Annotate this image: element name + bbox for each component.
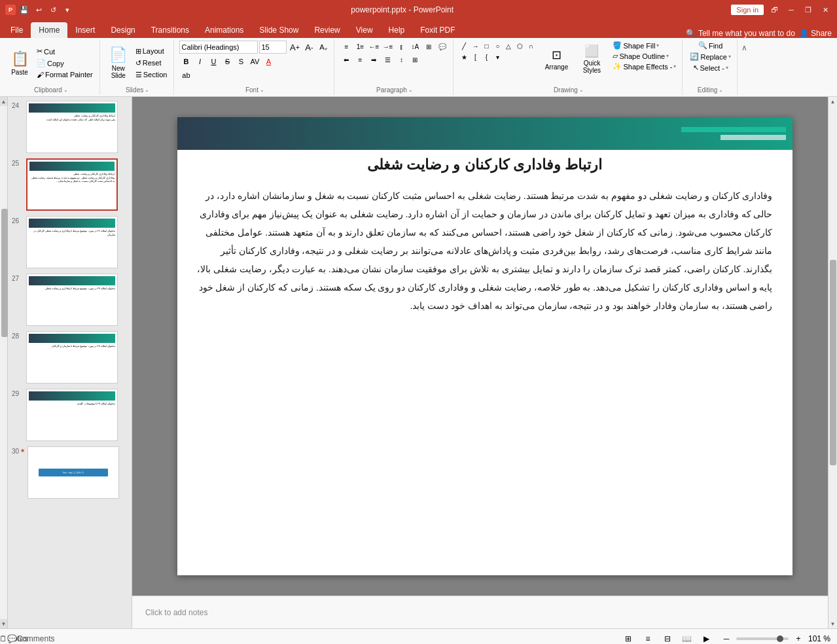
panel-scroll-up-button[interactable]: ▲: [0, 97, 9, 106]
tab-animations[interactable]: Animations: [197, 22, 251, 38]
font-family-input[interactable]: [179, 41, 258, 54]
close-button[interactable]: ✕: [819, 3, 832, 16]
undo-button[interactable]: ↩: [33, 4, 45, 16]
bullets-button[interactable]: ≡: [340, 41, 353, 52]
decrease-indent-button[interactable]: ←≡: [367, 41, 380, 52]
find-button[interactable]: 🔍 Find: [696, 41, 724, 50]
scroll-up-button[interactable]: ▲: [828, 97, 838, 106]
strikethrough-button[interactable]: S: [221, 55, 234, 68]
cut-button[interactable]: ✂Cut: [34, 46, 96, 57]
curve-shape-button[interactable]: ∩: [525, 41, 536, 51]
tab-slideshow[interactable]: Slide Show: [251, 22, 306, 38]
scroll-thumb[interactable]: [830, 260, 836, 465]
justify-button[interactable]: ☰: [381, 54, 394, 65]
more-shapes-button[interactable]: ▾: [492, 52, 503, 62]
layout-button[interactable]: ⊞Layout: [133, 46, 170, 57]
replace-button[interactable]: 🔄 Replace ▾: [688, 52, 732, 62]
editing-expand-icon[interactable]: ⌄: [719, 87, 723, 93]
normal-view-button[interactable]: ⊞: [621, 632, 635, 645]
slide-canvas[interactable]: ارتباط وفاداری کارکنان و رضایت شغلی وفاد…: [177, 117, 792, 575]
align-text-button[interactable]: ⊞: [422, 41, 435, 52]
increase-indent-button[interactable]: →≡: [381, 41, 394, 52]
zoom-slider[interactable]: [736, 637, 789, 640]
drawing-expand-icon[interactable]: ⌄: [579, 87, 584, 93]
circle-shape-button[interactable]: ○: [492, 41, 503, 51]
slide-thumb-29[interactable]: 29 محتوای اسلاید ۲۹ با موضوعات کلیدی.: [10, 387, 129, 442]
more-button[interactable]: ▾: [62, 4, 73, 16]
highlight-button[interactable]: ab: [179, 69, 192, 82]
text-direction-button[interactable]: ↕A: [408, 41, 421, 52]
new-slide-button[interactable]: 📄 New Slide: [105, 43, 132, 82]
zoom-in-button[interactable]: +: [791, 632, 806, 645]
comments-button[interactable]: 💬 Comments: [24, 632, 38, 645]
thumb-img-27[interactable]: محتوای اسلاید ۲۷ در مورد موضوع مرتبط با …: [26, 274, 118, 326]
slideshow-button[interactable]: ▶: [700, 632, 714, 645]
notes-placeholder-text[interactable]: Click to add notes: [145, 608, 207, 617]
align-left-button[interactable]: ⬅: [340, 54, 353, 65]
scroll-down-button[interactable]: ▼: [828, 619, 838, 628]
format-painter-button[interactable]: 🖌Format Painter: [34, 69, 96, 80]
reading-view-button[interactable]: 📖: [680, 632, 694, 645]
bold-button[interactable]: B: [179, 55, 192, 68]
triangle-shape-button[interactable]: △: [503, 41, 514, 51]
redo-button[interactable]: ↺: [47, 4, 59, 16]
notes-area[interactable]: Click to add notes: [132, 596, 837, 628]
tab-view[interactable]: View: [348, 22, 381, 38]
tab-home[interactable]: Home: [31, 22, 67, 38]
slide-sorter-button[interactable]: ⊟: [660, 632, 675, 645]
share-button[interactable]: 👤 Share: [799, 29, 832, 38]
font-grow-button[interactable]: A+: [288, 41, 301, 54]
paragraph-expand-icon[interactable]: ⌄: [408, 87, 413, 93]
collapse-ribbon-button[interactable]: ∧: [739, 39, 750, 95]
rect-shape-button[interactable]: □: [481, 41, 491, 51]
bracket-shape-button[interactable]: [: [470, 52, 480, 62]
tab-file[interactable]: File: [3, 22, 31, 38]
align-right-button[interactable]: ➡: [367, 54, 380, 65]
thumb-img-25[interactable]: ارتباط وفاداری کارکنان و رضایت شغلی وفاد…: [26, 158, 118, 211]
line-spacing-button[interactable]: ↕: [395, 54, 408, 65]
thumb-img-30[interactable]: با تشکر از توجه شما: [27, 446, 119, 499]
tab-transitions[interactable]: Transitions: [143, 22, 197, 38]
font-shrink-button[interactable]: A-: [302, 41, 315, 54]
shape-effects-button[interactable]: ✨ Shape Effects - ▾: [611, 62, 678, 71]
arrow-shape-button[interactable]: →: [470, 41, 480, 51]
font-color-button[interactable]: A: [262, 55, 275, 68]
paste-button[interactable]: 📋 Paste: [7, 43, 33, 82]
copy-button[interactable]: 📄Copy: [34, 58, 96, 69]
panel-scroll-thumb[interactable]: [1, 209, 8, 337]
text-columns-button[interactable]: ⫿: [395, 41, 408, 52]
slide-thumb-24[interactable]: 24 ارتباط وفاداری کارکنان و رضایت شغلیمت…: [10, 99, 129, 154]
panel-scroll-down-button[interactable]: ▼: [0, 619, 9, 628]
tab-foxit[interactable]: Foxit PDF: [412, 22, 463, 38]
shape-outline-button[interactable]: ▱ Shape Outline ▾: [611, 51, 678, 61]
reset-button[interactable]: ↺Reset: [133, 58, 170, 69]
slide-body[interactable]: ارتباط وفاداری کارکنان و رضایت شغلی وفاد…: [197, 156, 773, 562]
line-shape-button[interactable]: ╱: [459, 41, 469, 51]
brace-shape-button[interactable]: {: [481, 52, 491, 62]
font-size-input[interactable]: [259, 41, 287, 54]
canvas-scrollbar-right[interactable]: ▲ ▼: [828, 97, 837, 628]
thumb-img-26[interactable]: محتوای اسلاید ۲۶ در مورد موضوع مرتبط با …: [26, 216, 118, 268]
section-button[interactable]: ☰Section: [133, 69, 170, 80]
shadow-button[interactable]: S: [234, 55, 247, 68]
panel-scrollbar[interactable]: ▲ ▼: [0, 97, 8, 628]
font-expand-icon[interactable]: ⌄: [260, 87, 264, 93]
italic-button[interactable]: I: [193, 55, 206, 68]
clear-format-button[interactable]: Aᵥ: [317, 41, 330, 54]
shape-fill-button[interactable]: 🪣 Shape Fill ▾: [611, 41, 678, 50]
minimize-button[interactable]: ─: [785, 3, 798, 16]
thumb-img-29[interactable]: محتوای اسلاید ۲۹ با موضوعات کلیدی.: [26, 389, 118, 441]
star-shape-button[interactable]: ★: [459, 52, 469, 62]
zoom-thumb[interactable]: [777, 635, 783, 642]
tab-help[interactable]: Help: [381, 22, 413, 38]
outline-view-button[interactable]: ≡: [641, 632, 655, 645]
slide-thumb-25[interactable]: 25 ارتباط وفاداری کارکنان و رضایت شغلی و…: [10, 157, 129, 212]
arrange-button[interactable]: ⊡ Arrange: [540, 41, 573, 77]
numbering-button[interactable]: 1≡: [353, 41, 366, 52]
thumb-img-28[interactable]: محتوای اسلاید ۲۸ در مورد موضوع مرتبط با …: [26, 331, 118, 384]
tab-insert[interactable]: Insert: [67, 22, 103, 38]
slide-thumb-30[interactable]: 30 ★ با تشکر از توجه شما: [10, 445, 129, 500]
scroll-track[interactable]: [828, 106, 837, 619]
tab-review[interactable]: Review: [306, 22, 347, 38]
sign-in-button[interactable]: Sign in: [731, 5, 764, 15]
